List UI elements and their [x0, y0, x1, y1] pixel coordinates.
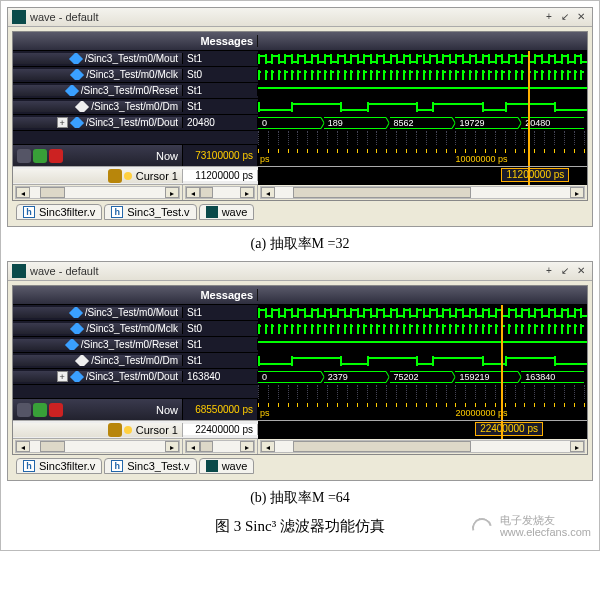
cursor-badge[interactable]: 11200000 ps — [501, 168, 569, 182]
wave-app-icon — [12, 264, 26, 278]
scroll-left-icon[interactable]: ◂ — [16, 441, 30, 452]
cursor-line[interactable] — [528, 51, 530, 67]
cursor-line[interactable] — [501, 353, 503, 369]
wave-tab-icon — [206, 206, 218, 218]
tool-icon[interactable] — [17, 149, 31, 163]
signal-name: /Sinc3_Test/m0/Dm — [91, 355, 178, 366]
scroll-left-icon[interactable]: ◂ — [261, 441, 275, 452]
cursor-badge[interactable]: 22400000 ps — [475, 422, 543, 436]
watermark: 电子发烧友 www.elecfans.com — [468, 514, 591, 538]
signal-name-cell[interactable]: +/Sinc3_Test/m0/Dout — [13, 371, 183, 382]
signal-msg: 163840 — [183, 371, 258, 382]
wave-cell[interactable] — [258, 353, 587, 369]
signal-name-cell[interactable]: /Sinc3_Test/m0/Reset — [13, 339, 183, 350]
cursor-wave[interactable]: 22400000 ps — [258, 421, 587, 439]
close-button[interactable]: ✕ — [574, 10, 588, 24]
time-ruler[interactable] — [258, 130, 587, 146]
wave-cell[interactable] — [258, 99, 587, 115]
tab-Sinc3filter-v[interactable]: hSinc3filter.v — [16, 204, 102, 220]
signal-name-cell[interactable]: /Sinc3_Test/m0/Dm — [13, 355, 183, 366]
scroll-left-icon[interactable]: ◂ — [16, 187, 30, 198]
cursor-line[interactable] — [501, 369, 503, 385]
signal-msg: St1 — [183, 339, 258, 350]
scroll-thumb[interactable] — [40, 441, 64, 452]
time-marker: 20000000 ps — [455, 408, 507, 418]
bus-value: 189 — [324, 117, 387, 129]
signal-name-cell[interactable]: /Sinc3_Test/m0/Dm — [13, 101, 183, 112]
scroll-thumb[interactable] — [293, 187, 471, 198]
h-scrollbar[interactable]: ◂▸ — [15, 440, 180, 453]
signal-name: /Sinc3_Test/m0/Mclk — [86, 323, 178, 334]
lock-icon[interactable] — [108, 423, 122, 437]
time-ruler[interactable] — [258, 384, 587, 400]
signal-name-cell[interactable]: /Sinc3_Test/m0/Reset — [13, 85, 183, 96]
signal-name-cell[interactable]: /Sinc3_Test/m0/Mout — [13, 307, 183, 318]
dock-button[interactable]: + — [542, 10, 556, 24]
scroll-left-icon[interactable]: ◂ — [261, 187, 275, 198]
scroll-right-icon[interactable]: ▸ — [240, 441, 254, 452]
wave-cell[interactable] — [258, 67, 587, 83]
wave-cell[interactable] — [258, 51, 587, 67]
expand-icon[interactable]: + — [57, 371, 68, 382]
restore-button[interactable]: ↙ — [558, 10, 572, 24]
signal-name-cell[interactable]: /Sinc3_Test/m0/Mclk — [13, 69, 183, 80]
tabs-row: hSinc3filter.vhSinc3_Test.vwave — [12, 201, 588, 222]
cursor-line[interactable] — [528, 99, 530, 115]
signal-name-cell[interactable]: +/Sinc3_Test/m0/Dout — [13, 117, 183, 128]
scroll-right-icon[interactable]: ▸ — [570, 441, 584, 452]
scroll-right-icon[interactable]: ▸ — [165, 441, 179, 452]
time-unit: ps — [260, 408, 270, 418]
now-wave[interactable]: ps10000000 ps — [258, 145, 587, 166]
tool-icon[interactable] — [17, 403, 31, 417]
remove-icon[interactable] — [49, 149, 63, 163]
scroll-left-icon[interactable]: ◂ — [186, 187, 200, 198]
h-scrollbar[interactable]: ◂▸ — [260, 440, 585, 453]
scroll-thumb[interactable] — [200, 441, 214, 452]
cursor-line[interactable] — [528, 67, 530, 83]
tab-label: Sinc3filter.v — [39, 460, 95, 472]
tab-Sinc3_Test-v[interactable]: hSinc3_Test.v — [104, 204, 196, 220]
add-icon[interactable] — [33, 403, 47, 417]
h-scrollbar[interactable]: ◂▸ — [185, 440, 255, 453]
h-scrollbar[interactable]: ◂▸ — [185, 186, 255, 199]
wave-cell[interactable] — [258, 83, 587, 99]
scroll-right-icon[interactable]: ▸ — [165, 187, 179, 198]
signal-name-cell[interactable]: /Sinc3_Test/m0/Mclk — [13, 323, 183, 334]
remove-icon[interactable] — [49, 403, 63, 417]
close-button[interactable]: ✕ — [574, 264, 588, 278]
h-scrollbar[interactable]: ◂▸ — [15, 186, 180, 199]
wave-cell[interactable]: 018985621972920480 — [258, 115, 587, 131]
tab-Sinc3filter-v[interactable]: hSinc3filter.v — [16, 458, 102, 474]
restore-button[interactable]: ↙ — [558, 264, 572, 278]
wave-cell[interactable] — [258, 337, 587, 353]
dock-button[interactable]: + — [542, 264, 556, 278]
scroll-thumb[interactable] — [200, 187, 214, 198]
signal-diamond-icon — [65, 85, 79, 96]
lock-icon[interactable] — [108, 169, 122, 183]
signal-diamond-icon — [69, 53, 83, 64]
signal-row: /Sinc3_Test/m0/ResetSt1 — [13, 336, 587, 352]
cursor-line[interactable] — [501, 321, 503, 337]
wave-cell[interactable]: 0237975202159219163840 — [258, 369, 587, 385]
scroll-left-icon[interactable]: ◂ — [186, 441, 200, 452]
add-icon[interactable] — [33, 149, 47, 163]
cursor-line[interactable] — [528, 83, 530, 99]
now-label: Now — [156, 404, 178, 416]
now-wave[interactable]: ps20000000 ps — [258, 399, 587, 420]
expand-icon[interactable]: + — [57, 117, 68, 128]
tab-Sinc3_Test-v[interactable]: hSinc3_Test.v — [104, 458, 196, 474]
scroll-thumb[interactable] — [293, 441, 471, 452]
cursor-wave[interactable]: 11200000 ps — [258, 167, 587, 185]
signal-name-cell[interactable]: /Sinc3_Test/m0/Mout — [13, 53, 183, 64]
scroll-thumb[interactable] — [40, 187, 64, 198]
h-scrollbar[interactable]: ◂▸ — [260, 186, 585, 199]
cursor-line[interactable] — [528, 115, 530, 131]
cursor-line[interactable] — [501, 337, 503, 353]
wave-cell[interactable] — [258, 305, 587, 321]
wave-cell[interactable] — [258, 321, 587, 337]
scroll-right-icon[interactable]: ▸ — [240, 187, 254, 198]
scroll-right-icon[interactable]: ▸ — [570, 187, 584, 198]
cursor-line[interactable] — [501, 305, 503, 321]
tab-wave[interactable]: wave — [199, 204, 255, 220]
tab-wave[interactable]: wave — [199, 458, 255, 474]
